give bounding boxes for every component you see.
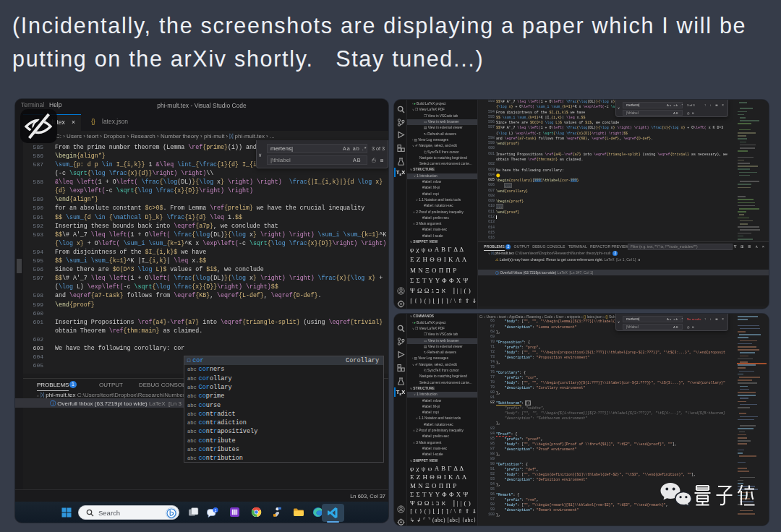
svg-text:1: 1 bbox=[214, 508, 216, 512]
